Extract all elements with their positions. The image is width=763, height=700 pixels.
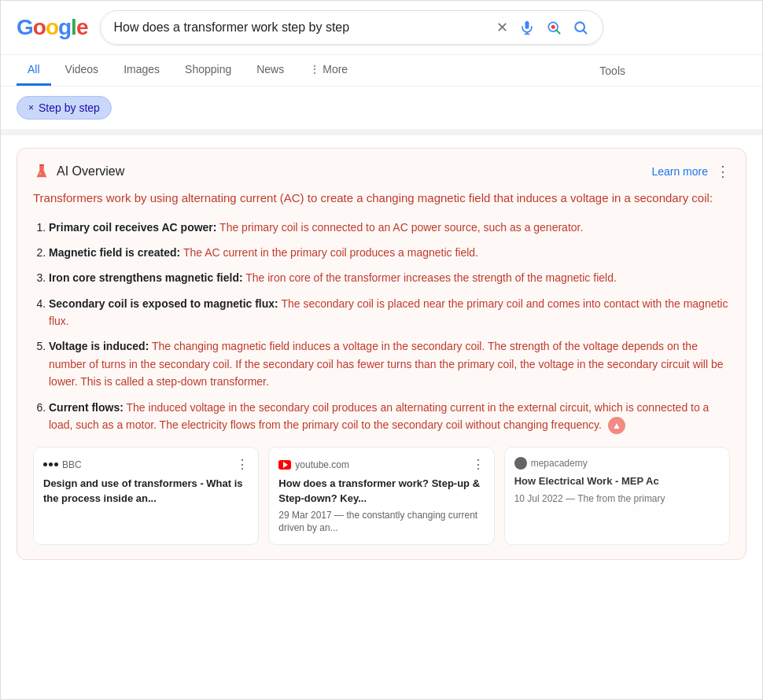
- step-by-step-chip[interactable]: × Step by step: [17, 96, 112, 120]
- svg-line-5: [557, 30, 560, 33]
- card-title: How does a transformer work? Step-up & S…: [278, 477, 484, 505]
- tab-shopping[interactable]: Shopping: [174, 55, 242, 86]
- list-item: Magnetic field is created: The AC curren…: [49, 244, 730, 261]
- tab-more[interactable]: ⋮ More: [298, 55, 359, 86]
- list-item: Primary coil receives AC power: The prim…: [49, 219, 730, 236]
- list-item: Iron core strengthens magnetic field: Th…: [49, 269, 730, 286]
- step-3-bold: Iron core strengthens magnetic field:: [49, 271, 243, 284]
- tab-videos[interactable]: Videos: [54, 55, 110, 86]
- card-date: 10 Jul 2022: [514, 493, 563, 504]
- svg-point-4: [551, 25, 555, 29]
- ai-flask-icon: [33, 163, 50, 180]
- learn-more-button[interactable]: Learn more: [651, 165, 708, 178]
- filter-chips: × Step by step: [1, 87, 762, 129]
- card-source: youtube.com: [278, 459, 349, 470]
- header: Google ✕: [1, 1, 762, 55]
- chip-remove-icon[interactable]: ×: [28, 102, 34, 113]
- ai-overview-box: AI Overview Learn more ⋮ Transformers wo…: [17, 148, 746, 560]
- card-source-name: youtube.com: [295, 459, 349, 470]
- card-header: BBC ⋮: [43, 457, 249, 472]
- svg-point-8: [39, 173, 41, 175]
- tools-button[interactable]: Tools: [588, 57, 636, 85]
- list-item: Secondary coil is exposed to magnetic fl…: [49, 295, 730, 330]
- tab-images[interactable]: Images: [112, 55, 171, 86]
- card-desc: — The from the primary: [566, 493, 665, 504]
- ai-overview-title: AI Overview: [57, 164, 124, 179]
- card-source: BBC: [43, 459, 82, 470]
- card-snippet: 10 Jul 2022 — The from the primary: [514, 492, 720, 506]
- list-item: Current flows: The induced voltage in th…: [49, 399, 730, 435]
- main-content: AI Overview Learn more ⋮ Transformers wo…: [1, 148, 762, 560]
- card-date: 29 Mar 2017: [278, 510, 331, 521]
- source-card-youtube[interactable]: youtube.com ⋮ How does a transformer wor…: [268, 447, 494, 545]
- google-logo: Google: [17, 15, 87, 40]
- source-card-bbc[interactable]: BBC ⋮ Design and use of transformers - W…: [33, 447, 259, 545]
- step-6-bold: Current flows:: [49, 401, 123, 414]
- source-cards: BBC ⋮ Design and use of transformers - W…: [33, 447, 730, 545]
- card-source-name: mepacademy: [531, 458, 588, 469]
- card-menu-button[interactable]: ⋮: [236, 457, 249, 472]
- card-snippet: 29 Mar 2017 — the constantly changing cu…: [278, 509, 484, 536]
- step-1-bold: Primary coil receives AC power:: [49, 221, 216, 234]
- ai-more-options-button[interactable]: ⋮: [716, 163, 730, 180]
- step-3-desc: The iron core of the transformer increas…: [245, 271, 617, 284]
- step-4-bold: Secondary coil is exposed to magnetic fl…: [49, 297, 278, 310]
- step-2-bold: Magnetic field is created:: [49, 246, 180, 259]
- bbc-icon: [43, 462, 58, 466]
- search-submit-button[interactable]: [571, 18, 590, 37]
- nav-tabs: All Videos Images Shopping News ⋮ More T…: [1, 55, 762, 87]
- ai-overview-header: AI Overview Learn more ⋮: [33, 163, 730, 180]
- step-2-desc: The AC current in the primary coil produ…: [183, 246, 478, 259]
- youtube-icon: [278, 460, 291, 470]
- step-5-desc: The changing magnetic field induces a vo…: [49, 340, 724, 388]
- card-header: mepacademy: [514, 457, 720, 470]
- mic-icon[interactable]: [518, 18, 536, 37]
- lens-icon[interactable]: [544, 18, 563, 37]
- section-divider: [0, 129, 763, 135]
- more-dots-icon: ⋮: [309, 63, 320, 76]
- ai-header-right: Learn more ⋮: [651, 163, 730, 180]
- card-title: How Electrical Work - MEP Ac: [514, 474, 720, 488]
- list-item: Voltage is induced: The changing magneti…: [49, 337, 730, 390]
- svg-line-7: [584, 31, 587, 34]
- card-source-name: BBC: [62, 459, 82, 470]
- tab-all[interactable]: All: [17, 55, 51, 86]
- chip-label: Step by step: [39, 101, 100, 114]
- card-header: youtube.com ⋮: [278, 457, 484, 472]
- card-menu-button[interactable]: ⋮: [472, 457, 485, 472]
- source-card-mep[interactable]: mepacademy How Electrical Work - MEP Ac …: [504, 447, 730, 545]
- ai-intro-text: Transformers work by using alternating c…: [33, 190, 730, 208]
- tab-news[interactable]: News: [245, 55, 295, 86]
- card-title: Design and use of transformers - What is…: [43, 477, 249, 505]
- svg-rect-0: [525, 21, 529, 29]
- ai-steps-list: Primary coil receives AC power: The prim…: [33, 219, 730, 435]
- collapse-button[interactable]: ▲: [608, 417, 625, 434]
- ai-header-left: AI Overview: [33, 163, 124, 180]
- card-source: mepacademy: [514, 457, 588, 470]
- mep-avatar-icon: [514, 457, 527, 470]
- clear-icon[interactable]: ✕: [495, 17, 510, 38]
- step-1-desc: The primary coil is connected to an AC p…: [219, 221, 583, 234]
- step-5-bold: Voltage is induced:: [49, 340, 149, 352]
- search-bar: ✕: [100, 10, 603, 45]
- search-input[interactable]: [113, 20, 487, 35]
- search-icons: ✕: [495, 17, 590, 38]
